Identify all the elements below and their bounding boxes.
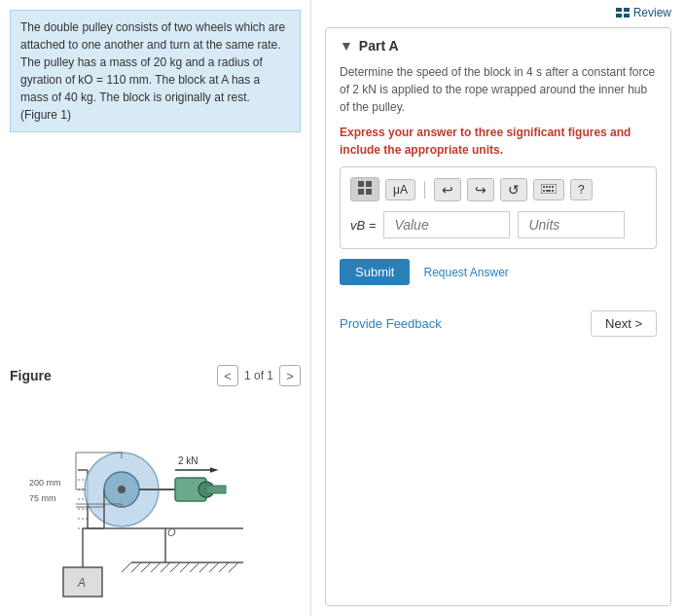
- svg-rect-59: [546, 186, 548, 188]
- undo-button[interactable]: ↩: [434, 178, 461, 201]
- svg-point-25: [118, 486, 126, 493]
- answer-box: μA ↩ ↪ ↺: [340, 166, 657, 249]
- svg-rect-64: [552, 190, 554, 192]
- keyboard-icon: [541, 183, 557, 197]
- svg-rect-56: [366, 189, 372, 195]
- keyboard-button[interactable]: [533, 179, 564, 200]
- svg-rect-51: [616, 14, 622, 18]
- help-button[interactable]: ?: [570, 179, 593, 200]
- svg-line-4: [131, 562, 141, 572]
- svg-text:200 mm: 200 mm: [29, 478, 61, 488]
- figure-page-info: 1 of 1: [244, 369, 273, 382]
- figure-header: Figure < 1 of 1 >: [10, 365, 301, 386]
- svg-line-7: [161, 562, 170, 572]
- request-answer-link[interactable]: Request Answer: [423, 266, 508, 279]
- svg-line-3: [122, 562, 131, 572]
- svg-rect-58: [543, 186, 545, 188]
- part-instruction-1: Determine the speed of the block in 4 s …: [340, 63, 657, 116]
- figure-prev-button[interactable]: <: [217, 365, 238, 386]
- svg-rect-63: [546, 190, 551, 192]
- matrix-button[interactable]: [350, 177, 379, 201]
- svg-rect-60: [549, 186, 551, 188]
- redo-button[interactable]: ↪: [467, 178, 494, 201]
- svg-rect-49: [616, 8, 622, 12]
- problem-statement: The double pulley consists of two wheels…: [20, 20, 285, 122]
- part-box: ▼ Part A Determine the speed of the bloc…: [325, 27, 671, 606]
- svg-line-5: [141, 562, 151, 572]
- mu-button[interactable]: μA: [385, 179, 415, 200]
- figure-section: Figure < 1 of 1 >: [10, 365, 301, 606]
- svg-line-9: [180, 562, 190, 572]
- refresh-button[interactable]: ↺: [500, 178, 527, 201]
- svg-line-13: [219, 562, 229, 572]
- undo-icon: ↩: [442, 182, 453, 198]
- provide-feedback-button[interactable]: Provide Feedback: [340, 316, 442, 331]
- svg-rect-50: [624, 8, 630, 12]
- figure-svg: O A: [10, 392, 302, 606]
- svg-line-14: [229, 562, 238, 572]
- matrix-icon: [358, 181, 372, 198]
- right-panel: Review ▼ Part A Determine the speed of t…: [311, 0, 685, 616]
- svg-rect-53: [358, 181, 364, 187]
- svg-rect-55: [358, 189, 364, 195]
- part-instruction-2: Express your answer to three significant…: [340, 124, 657, 159]
- value-input[interactable]: [383, 211, 510, 238]
- variable-label: vB =: [350, 218, 376, 233]
- svg-rect-54: [366, 181, 372, 187]
- svg-rect-52: [624, 14, 630, 18]
- refresh-icon: ↺: [508, 182, 520, 198]
- help-label: ?: [578, 183, 585, 197]
- bottom-row: Provide Feedback Next >: [340, 301, 657, 337]
- figure-canvas: O A: [10, 392, 302, 606]
- svg-line-8: [170, 562, 180, 572]
- redo-icon: ↪: [475, 182, 487, 198]
- mu-label: μA: [393, 183, 408, 197]
- part-arrow-icon: ▼: [340, 38, 353, 54]
- submit-button[interactable]: Submit: [340, 259, 410, 285]
- units-input[interactable]: [518, 211, 625, 238]
- svg-text:75 mm: 75 mm: [29, 493, 56, 503]
- review-icon: [616, 8, 630, 18]
- problem-text: The double pulley consists of two wheels…: [10, 10, 301, 132]
- svg-rect-61: [552, 186, 554, 188]
- review-label: Review: [633, 6, 671, 19]
- svg-text:2 kN: 2 kN: [178, 455, 198, 466]
- toolbar-separator: [424, 181, 425, 199]
- part-header: ▼ Part A: [340, 38, 657, 54]
- review-bar: Review: [325, 6, 671, 19]
- part-label: Part A: [359, 38, 399, 54]
- svg-line-11: [199, 562, 209, 572]
- svg-rect-57: [541, 184, 557, 194]
- svg-line-6: [151, 562, 161, 572]
- svg-text:A: A: [77, 576, 86, 590]
- left-panel: The double pulley consists of two wheels…: [0, 0, 311, 616]
- svg-line-10: [190, 562, 199, 572]
- toolbar: μA ↩ ↪ ↺: [350, 177, 646, 201]
- svg-line-12: [209, 562, 219, 572]
- review-button[interactable]: Review: [616, 6, 671, 19]
- svg-rect-30: [206, 486, 226, 493]
- input-row: vB =: [350, 211, 646, 238]
- review-svg-icon: [616, 8, 630, 18]
- next-button[interactable]: Next >: [591, 310, 657, 337]
- svg-rect-62: [543, 190, 545, 192]
- action-row: Submit Request Answer: [340, 259, 657, 285]
- figure-nav: < 1 of 1 >: [217, 365, 301, 386]
- figure-title: Figure: [10, 368, 52, 383]
- svg-text:O: O: [167, 526, 176, 538]
- figure-next-button[interactable]: >: [279, 365, 301, 386]
